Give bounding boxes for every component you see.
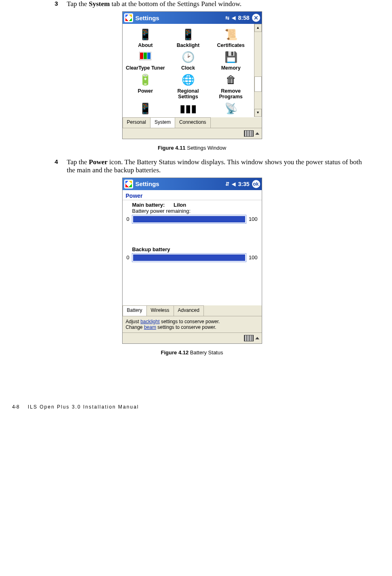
cleartype-icon — [138, 50, 153, 64]
icon-partial-1[interactable]: 📱 — [125, 102, 165, 117]
tab-advanced[interactable]: Advanced — [174, 305, 204, 316]
icon-power[interactable]: 🔋 Power — [125, 73, 165, 100]
titlebar: Settings ⇵ ◀ 3:35 ok — [123, 178, 262, 190]
scale-hundred: 100 — [249, 216, 258, 222]
backup-battery-label: Backup battery — [132, 246, 170, 252]
figure-label: Figure 4.11 — [158, 145, 186, 151]
memory-icon: 💾 — [224, 50, 238, 64]
tab-connections[interactable]: Connections — [175, 117, 211, 128]
icon-partial-2[interactable]: ▮▮▮ — [168, 102, 208, 117]
main-battery-label: Main battery: — [132, 202, 165, 208]
svg-rect-1 — [140, 53, 143, 59]
start-icon[interactable] — [124, 180, 133, 188]
globe-icon: 🌐 — [181, 73, 195, 87]
tab-bar: Battery Wireless Advanced — [123, 305, 262, 316]
main-battery-bar-row: 0 100 — [127, 215, 258, 224]
power-icon: 🔋 — [138, 73, 153, 87]
figure-4-11-caption: Figure 4.11 Settings Window — [12, 145, 372, 151]
scale-hundred: 100 — [249, 254, 258, 260]
icon-memory[interactable]: 💾 Memory — [211, 50, 251, 71]
tab-battery[interactable]: Battery — [123, 305, 147, 316]
icon-label: Memory — [211, 65, 251, 71]
icon-regional-settings[interactable]: 🌐 Regional Settings — [168, 73, 208, 100]
backlight-link[interactable]: backlight — [140, 319, 159, 324]
clock-time[interactable]: 3:35 — [238, 181, 249, 187]
t: settings to conserve power. — [156, 324, 216, 330]
icon-about[interactable]: 📱 About — [125, 27, 165, 48]
scale-zero: 0 — [127, 216, 129, 222]
step-3: 3 Tap the System tab at the bottom of th… — [55, 0, 372, 8]
scroll-thumb[interactable] — [254, 76, 262, 92]
power-window: Settings ⇵ ◀ 3:35 ok Power Main battery: — [122, 178, 262, 344]
icon-label: Remove Programs — [211, 88, 251, 100]
t: Tap the — [67, 158, 89, 166]
volume-icon[interactable]: ◀ — [232, 15, 235, 21]
keyboard-icon[interactable] — [244, 130, 254, 137]
step-text: Tap the System tab at the bottom of the … — [67, 0, 372, 8]
icon-clock[interactable]: 🕑 Clock — [168, 50, 208, 71]
icon-label: About — [125, 42, 165, 48]
backlight-icon: 📱 — [181, 27, 195, 42]
step-4: 4 Tap the Power icon. The Battery Status… — [55, 158, 372, 174]
step-text: Tap the Power icon. The Battery Status w… — [67, 158, 372, 174]
volume-icon[interactable]: ◀ — [232, 181, 235, 187]
close-icon: ✕ — [254, 15, 259, 21]
clock-icon: 🕑 — [181, 50, 195, 64]
figure-4-12-caption: Figure 4.12 Battery Status — [12, 349, 372, 356]
titlebar: Settings ⇆ ◀ 8:58 ✕ — [123, 12, 262, 24]
tip-beam: Change beam settings to conserve power. — [126, 324, 259, 330]
icon-label: Clock — [168, 65, 208, 71]
scroll-up-button[interactable]: ▴ — [254, 24, 262, 32]
t: Adjust — [126, 319, 141, 324]
settings-icon-grid: 📱 About 📱 Backlight 📜 Certificates — [123, 24, 254, 117]
input-panel-bar — [123, 332, 262, 343]
bold: System — [89, 0, 110, 8]
icon-cleartype-tuner[interactable]: ClearType Tuner — [125, 50, 165, 71]
backup-battery-bar-row: 0 100 — [127, 253, 258, 262]
about-icon: 📱 — [138, 27, 153, 42]
tab-personal[interactable]: Personal — [123, 117, 150, 128]
certificates-icon: 📜 — [224, 27, 238, 42]
scale-zero: 0 — [127, 254, 129, 260]
clock-time[interactable]: 8:58 — [238, 15, 249, 21]
icon-certificates[interactable]: 📜 Certificates — [211, 27, 251, 48]
beam-link[interactable]: beam — [144, 324, 156, 330]
ok-button[interactable]: ok — [252, 180, 260, 188]
close-button[interactable]: ✕ — [252, 14, 260, 22]
vertical-scrollbar[interactable]: ▴ ▾ — [254, 24, 262, 117]
page-footer: 4-8 ILS Open Plus 3.0 Installation Manua… — [12, 404, 372, 410]
tab-system[interactable]: System — [150, 117, 175, 128]
device-icon: 📱 — [138, 102, 153, 116]
sip-arrow-icon[interactable] — [255, 132, 259, 135]
icon-label: Power — [125, 88, 165, 94]
input-panel-bar — [123, 128, 262, 139]
scroll-down-button[interactable]: ▾ — [254, 109, 262, 117]
svg-rect-3 — [147, 53, 150, 59]
connectivity-icon[interactable]: ⇆ — [225, 15, 229, 21]
icon-backlight[interactable]: 📱 Backlight — [168, 27, 208, 48]
power-heading: Power — [123, 190, 262, 200]
window-title: Settings — [136, 180, 226, 187]
tab-wireless[interactable]: Wireless — [146, 305, 174, 316]
figure-name: Settings Window — [186, 145, 226, 151]
start-icon[interactable] — [124, 13, 133, 22]
icon-label: ClearType Tuner — [125, 65, 165, 71]
wireless-icon: 📡 — [224, 102, 238, 116]
power-tips: Adjust backlight settings to conserve po… — [123, 316, 262, 332]
connectivity-icon[interactable]: ⇵ — [225, 181, 229, 187]
tab-bar: Personal System Connections — [123, 117, 262, 128]
t: tab at the bottom of the Settings Panel … — [110, 0, 242, 8]
backup-battery-fill — [133, 254, 245, 261]
keyboard-icon[interactable] — [244, 335, 254, 341]
step-number: 3 — [55, 0, 67, 8]
svg-rect-2 — [144, 53, 147, 59]
tip-backlight: Adjust backlight settings to conserve po… — [126, 319, 259, 324]
t: settings to conserve power. — [160, 319, 220, 324]
page-number: 4-8 — [12, 404, 19, 410]
main-battery-fill — [133, 216, 245, 222]
icon-partial-3[interactable]: 📡 — [211, 102, 251, 117]
icon-remove-programs[interactable]: 🗑 Remove Programs — [211, 73, 251, 100]
scroll-track[interactable] — [254, 32, 262, 109]
step-number: 4 — [55, 158, 67, 174]
sip-arrow-icon[interactable] — [255, 337, 259, 339]
